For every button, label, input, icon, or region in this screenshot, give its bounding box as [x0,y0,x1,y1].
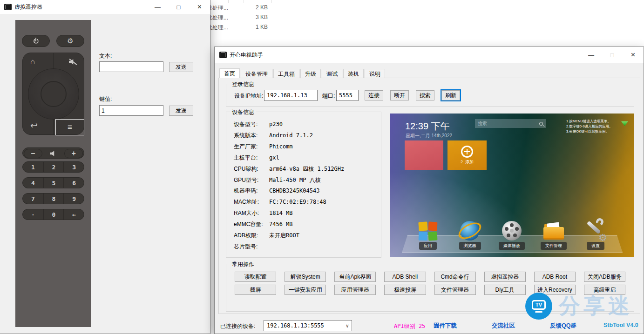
key-2[interactable]: 2 [43,162,64,172]
diy-tools-button[interactable]: Diy工具 [484,285,526,295]
gear-icon: ⚙ [67,37,73,45]
firmware-download-link[interactable]: 固件下载 [434,322,457,330]
keyvalue-input[interactable] [99,105,163,116]
key-5[interactable]: 5 [43,178,64,188]
send-keyvalue-button[interactable]: 发送 [169,106,193,116]
volume-up-button[interactable]: + [64,149,83,158]
device-row: 主板平台:gxl [234,154,377,162]
close-button[interactable]: × [623,47,644,63]
file-row[interactable]: 批处理... 1 KB [207,24,346,33]
key-4[interactable]: 4 [23,178,43,188]
tv-search-bar: 搜索 [475,119,546,128]
current-apk-button[interactable]: 当前Apk界面 [334,272,376,282]
feedback-qq-link[interactable]: 反馈QQ群 [550,322,576,330]
key-6[interactable]: 6 [63,178,84,188]
keypad-row: 7 8 9 [22,193,84,204]
device-label: 主板平台: [234,154,269,162]
remote-titlebar[interactable]: 虚拟遥控器 — □ × [0,0,210,14]
speaker-icon [50,151,57,156]
fast-cast-button[interactable]: 极速投屏 [384,285,426,295]
device-label: RAM大小: [234,209,269,217]
tab-toolbox[interactable]: 工具箱 [273,69,299,78]
key-backspace[interactable]: ← [63,209,84,220]
watermark: TV 分享迷 [525,292,633,321]
connected-device-label: 已连接的设备: [220,322,255,330]
app-icon [219,52,227,58]
device-value: 未开启ROOT [269,232,299,240]
tab-upgrade[interactable]: 升级 [300,69,321,78]
film-reel-icon [502,221,522,240]
tab-home[interactable]: 首页 [219,68,240,78]
app-manager-button[interactable]: 应用管理器 [334,285,376,295]
search-button[interactable]: 搜索 [416,90,434,100]
dpad-ok-button[interactable] [41,81,67,107]
selected-device: 192.168.1.13:5555 [267,322,324,329]
cmd-line-button[interactable]: Cmd命令行 [434,272,476,282]
speaker-button[interactable] [43,148,64,159]
power-button[interactable] [22,35,50,47]
keyvalue-label: 键值: [99,95,112,103]
tab-install[interactable]: 装机 [343,69,364,78]
port-input[interactable] [336,90,359,101]
screenshot-button[interactable]: 截屏 [235,285,276,295]
remote-window: 虚拟遥控器 — □ × ⚙ ⌂ ↩ ≡ [0,0,210,334]
dpad[interactable] [28,68,79,120]
adb-shell-button[interactable]: ADB Shell [384,272,426,282]
key-dot[interactable]: · [23,209,43,220]
read-config-button[interactable]: 读取配置 [235,272,276,282]
minimize-button[interactable]: — [147,0,168,14]
window-title: 开心电视助手 [230,51,263,59]
settings-button[interactable]: ⚙ [56,35,84,47]
tab-help[interactable]: 说明 [365,69,385,78]
file-row[interactable]: 批处理... 2 KB [207,4,346,13]
install-app-button[interactable]: 一键安装应用 [285,285,326,295]
file-row[interactable]: 批处理... 3 KB [207,14,346,23]
tv-logo-text: TV [532,300,546,310]
nav-pad: ⌂ ↩ ≡ [22,53,84,135]
device-label: MAC地址: [234,198,269,206]
virtual-remote-button[interactable]: 虚拟遥控器 [484,272,526,282]
disconnect-button[interactable]: 断开 [390,90,409,100]
key-9[interactable]: 9 [63,194,84,204]
tab-strip: 首页 设备管理 工具箱 升级 调试 装机 说明 [219,69,386,78]
close-button[interactable]: × [189,0,210,14]
tab-debug[interactable]: 调试 [322,69,342,78]
column-divider [271,0,272,3]
dock-label: 媒体播放 [499,242,525,250]
connect-button[interactable]: 连接 [365,90,383,100]
close-adb-button[interactable]: 关闭ADB服务 [584,272,625,282]
text-input[interactable] [99,61,163,72]
send-text-button[interactable]: 发送 [169,62,193,72]
back-button[interactable]: ↩ [30,121,38,130]
keypad-row: · 0 ← [22,209,84,220]
main-titlebar[interactable]: 开心电视助手 — □ × [215,47,644,63]
device-row: 机器串码:CBHDB3245K04543 [234,187,377,195]
key-7[interactable]: 7 [23,194,43,204]
file-size: 2 KB [256,4,268,11]
file-manager-button[interactable]: 文件管理器 [434,285,476,295]
key-1[interactable]: 1 [23,162,43,172]
ip-input[interactable] [264,90,318,101]
key-8[interactable]: 8 [43,194,64,204]
api-level-text: API级别 25 [394,322,425,330]
home-icon-button[interactable]: ⌂ [30,58,35,66]
file-size: 1 KB [256,24,268,30]
adb-root-button[interactable]: ADB Root [534,272,576,282]
connected-device-select[interactable]: 192.168.1.13:5555 ∨ [264,320,352,331]
tv-clock: 12:39 下午 [405,120,450,133]
maximize-button[interactable]: □ [168,0,189,14]
key-0[interactable]: 0 [43,209,64,220]
mute-button[interactable] [69,59,77,65]
community-link[interactable]: 交流社区 [492,322,515,330]
device-label: 芯片型号: [234,243,269,251]
device-value: gxl [269,154,279,161]
tab-device-management[interactable]: 设备管理 [241,69,272,78]
app-icon [4,4,12,10]
menu-button[interactable]: ≡ [55,119,84,135]
key-3[interactable]: 3 [63,162,84,172]
unlock-system-button[interactable]: 解锁System [285,272,326,282]
mute-icon [69,59,76,65]
minimize-button[interactable]: — [581,47,602,63]
volume-down-button[interactable]: − [24,149,42,158]
refresh-button[interactable]: 刷新 [441,90,460,100]
